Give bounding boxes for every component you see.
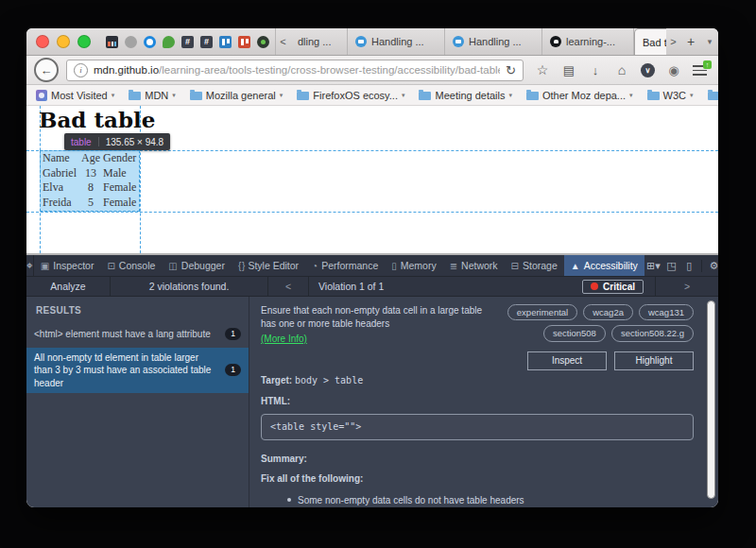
settings-gear-icon[interactable]: ⚙	[705, 260, 718, 272]
menu-hamburger-icon[interactable]	[693, 65, 707, 76]
highlighter-guide-horizontal-bottom	[26, 212, 718, 213]
scrollbar-thumb[interactable]	[707, 300, 715, 499]
scroll-tabs-right-button[interactable]: >	[666, 28, 680, 55]
severity-label: Critical	[603, 282, 635, 292]
bookmark-label: Other Moz depa...	[542, 90, 626, 101]
audit-main: RESULTS <html> element must have a lang …	[26, 297, 718, 507]
pinned-tab-bug-icon[interactable]	[257, 36, 269, 48]
caret-down-icon: ▾	[112, 92, 115, 99]
tab-performance[interactable]: Performance	[305, 255, 385, 276]
bookmark-meeting-details[interactable]: Meeting details▾	[419, 90, 512, 101]
target-line: Target: body > table	[261, 374, 694, 387]
result-item-lang-attribute[interactable]: <html> element must have a lang attribut…	[26, 324, 249, 345]
tab-learning-area[interactable]: learning-...	[542, 28, 634, 55]
reader-list-icon[interactable]	[561, 62, 576, 77]
bookmark-mdn[interactable]: MDN▾	[129, 90, 176, 101]
tag-pill: wcag2a	[583, 304, 633, 320]
highlight-button[interactable]: Highlight	[614, 351, 694, 370]
folder-icon	[129, 92, 141, 100]
close-window-button[interactable]	[36, 35, 49, 48]
pinned-tab-analytics-icon[interactable]	[106, 36, 118, 48]
url-bar[interactable]: mdn.github.io/learning-area/tools-testin…	[66, 60, 524, 81]
scroll-tabs-left-button[interactable]: <	[276, 28, 290, 55]
chat-favicon	[453, 36, 464, 47]
bookmark-other-moz[interactable]: Other Moz depa...▾	[526, 90, 633, 101]
table-cell: Gender	[101, 151, 145, 166]
summary-label: Summary:	[261, 453, 694, 466]
tab-memory[interactable]: Memory	[385, 255, 442, 276]
fix-item: Some non-empty data cells do not have ta…	[261, 494, 694, 507]
tab-style-editor[interactable]: Style Editor	[232, 255, 305, 276]
highlighter-infobar: table 135.65 × 94.8	[64, 133, 170, 150]
tag-pill: experimental	[507, 304, 577, 320]
tab-clipped[interactable]: dling ...	[290, 28, 348, 55]
pinned-tab-trello-blue-icon[interactable]	[219, 36, 232, 48]
memory-icon	[391, 261, 397, 271]
highlighter-dimensions: 135.65 × 94.8	[106, 137, 163, 147]
tab-debugger[interactable]: Debugger	[162, 255, 232, 276]
analyze-button[interactable]: Analyze	[26, 277, 111, 296]
fix-item-text: Some non-empty data cells do not have ta…	[298, 494, 524, 507]
tab-bad-table-active[interactable]: Bad table ... ×	[634, 28, 666, 55]
critical-dot-icon	[591, 283, 598, 290]
detail-actions: Inspect Highlight	[261, 351, 694, 370]
table-cell: Female	[101, 196, 145, 211]
zoom-window-button[interactable]	[77, 35, 91, 48]
bookmark-star-icon[interactable]	[535, 62, 550, 77]
dock-options-icon[interactable]: ⊞▾	[644, 260, 662, 272]
divider	[98, 137, 99, 146]
pinned-tab-hash-icon[interactable]	[181, 36, 194, 48]
tab-handling-1[interactable]: Handling ...	[348, 28, 445, 55]
pinned-tab-trello-red-icon[interactable]	[238, 36, 250, 48]
tool-label: Storage	[523, 260, 558, 271]
tags-column: experimental wcag2a wcag131 section508 s…	[507, 304, 694, 346]
tab-console[interactable]: Console	[100, 255, 162, 276]
tab-list-dropdown-icon[interactable]: ▾	[701, 28, 718, 55]
tag-row: section508 section508.22.g	[543, 325, 694, 341]
pinned-tab-globe-icon[interactable]	[125, 36, 137, 48]
next-violation-button[interactable]: >	[656, 277, 718, 296]
pick-element-icon[interactable]	[26, 255, 34, 276]
tab-storage[interactable]: Storage	[505, 255, 564, 276]
bookmark-firefoxos[interactable]: FirefoxOS ecosy...▾	[297, 90, 404, 101]
site-info-icon[interactable]	[74, 63, 88, 77]
inspect-button[interactable]: Inspect	[527, 351, 607, 370]
bookmark-games[interactable]: Games▾	[708, 90, 718, 101]
new-tab-button[interactable]: +	[680, 28, 701, 55]
tag-row: experimental wcag2a wcag131	[507, 304, 694, 320]
previous-violation-button[interactable]: <	[268, 277, 309, 296]
pinned-tabs	[100, 28, 276, 55]
tab-handling-2[interactable]: Handling ...	[445, 28, 542, 55]
tool-label: Style Editor	[248, 260, 299, 271]
url-text[interactable]: mdn.github.io/learning-area/tools-testin…	[94, 64, 500, 76]
table-cell: Male	[101, 166, 145, 181]
devtools-tool-tabs: Inspector Console Debugger Style Editor …	[34, 255, 644, 276]
pinned-tab-hash-icon[interactable]	[200, 36, 213, 48]
accessibility-icon	[571, 261, 580, 271]
fingerprint-icon[interactable]	[666, 62, 681, 77]
bookmark-w3c[interactable]: W3C▾	[647, 90, 694, 101]
bookmark-most-visited[interactable]: Most Visited▾	[36, 90, 114, 101]
more-info-link[interactable]: (More Info)	[261, 333, 307, 346]
tab-accessibility[interactable]: Accessibility	[564, 255, 644, 276]
storage-icon	[511, 261, 519, 271]
highlighted-table[interactable]: Name Age Gender Gabriel 13 Male Elva 8 F…	[40, 150, 140, 212]
minimize-window-button[interactable]	[57, 35, 70, 48]
downloads-icon[interactable]	[588, 62, 603, 77]
pinned-tab-ring-icon[interactable]	[144, 36, 156, 48]
result-item-table-header[interactable]: All non-empty td element in table larger…	[26, 348, 249, 394]
table-cell: 8	[78, 180, 101, 196]
back-button[interactable]: ←	[34, 58, 59, 82]
reload-icon[interactable]: ↻	[506, 63, 516, 77]
caret-down-icon: ▾	[280, 92, 284, 99]
audit-toolbar: Analyze 2 violations found. < Violation …	[26, 277, 718, 297]
bookmark-mozilla-general[interactable]: Mozilla general▾	[190, 90, 284, 101]
tab-network[interactable]: Network	[443, 255, 505, 276]
network-icon	[450, 261, 457, 271]
home-icon[interactable]	[614, 62, 629, 77]
pinned-tab-plant-icon[interactable]	[163, 36, 175, 48]
tab-inspector[interactable]: Inspector	[34, 255, 101, 276]
split-console-icon[interactable]: ◳	[662, 260, 680, 272]
pocket-icon[interactable]	[641, 63, 655, 77]
responsive-mode-icon[interactable]: ▯	[680, 260, 698, 272]
